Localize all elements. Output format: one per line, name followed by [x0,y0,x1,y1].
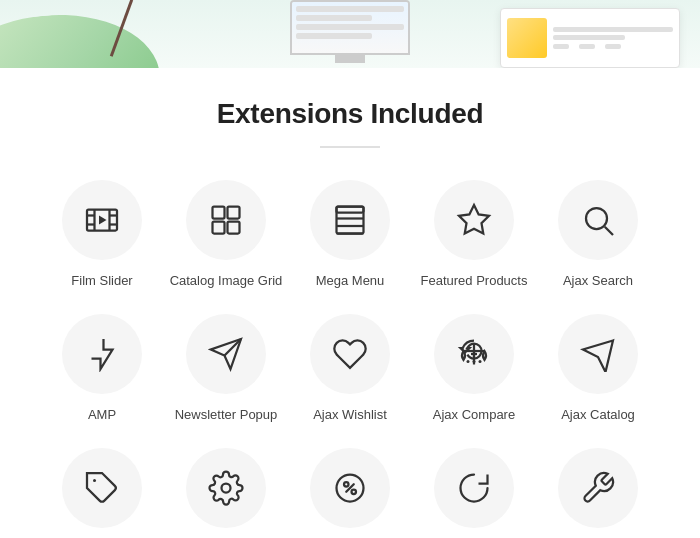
icon-item-site[interactable]: Site [536,448,660,538]
special-price-icon [456,470,492,506]
newsletter-popup-label: Newsletter Popup [175,406,278,424]
product-thumb [507,18,547,58]
theme-options-circle [186,448,266,528]
film-slider-circle [62,180,142,260]
svg-rect-16 [337,207,364,234]
icon-item-promo-banner[interactable]: PromoBanner [288,448,412,538]
featured-products-icon [456,202,492,238]
ajax-wishlist-circle [310,314,390,394]
mega-menu-icon [332,202,368,238]
svg-point-26 [479,360,482,363]
brand-circle [62,448,142,528]
promo-banner-circle [310,448,390,528]
icon-item-newsletter-popup[interactable]: Newsletter Popup [164,314,288,424]
svg-point-31 [222,484,231,493]
icon-item-catalog-image-grid[interactable]: Catalog Image Grid [164,180,288,290]
icon-item-ajax-wishlist[interactable]: Ajax Wishlist [288,314,412,424]
newsletter-popup-icon [208,336,244,372]
amp-icon [84,336,120,372]
svg-marker-7 [99,216,107,225]
svg-point-34 [344,482,349,487]
ajax-search-label: Ajax Search [563,272,633,290]
svg-rect-8 [213,207,225,219]
product-info [553,27,673,49]
ajax-compare-label: Ajax Compare [433,406,515,424]
ajax-catalog-circle [558,314,638,394]
svg-marker-17 [459,205,489,234]
ajax-catalog-icon [580,336,616,372]
ajax-search-circle [558,180,638,260]
icon-item-ajax-compare[interactable]: Ajax Compare [412,314,536,424]
product-card-decoration [500,8,680,68]
icon-item-special-price[interactable]: Special Price [412,448,536,538]
hero-strip [0,0,700,68]
svg-rect-11 [228,222,240,234]
section-divider [320,146,380,148]
main-content: Extensions Included Film Slider [0,68,700,538]
special-price-circle [434,448,514,528]
ajax-wishlist-icon [332,336,368,372]
amp-label: AMP [88,406,116,424]
catalog-image-grid-circle [186,180,266,260]
ajax-search-icon [580,202,616,238]
svg-rect-9 [228,207,240,219]
svg-point-35 [352,490,357,495]
site-circle [558,448,638,528]
icon-item-ajax-catalog[interactable]: Ajax Catalog [536,314,660,424]
svg-rect-10 [213,222,225,234]
ajax-catalog-label: Ajax Catalog [561,406,635,424]
svg-line-19 [605,227,613,235]
icon-item-mega-menu[interactable]: Mega Menu [288,180,412,290]
film-slider-label: Film Slider [71,272,132,290]
icons-grid: Film Slider Catalog Image Grid [40,180,660,538]
svg-point-18 [586,208,607,229]
section-title: Extensions Included [40,98,660,130]
icon-item-amp[interactable]: AMP [40,314,164,424]
ajax-compare-icon [456,336,492,372]
featured-products-label: Featured Products [421,272,528,290]
mega-menu-circle [310,180,390,260]
theme-options-icon [208,470,244,506]
amp-circle [62,314,142,394]
svg-point-24 [467,360,470,363]
monitor-decoration [280,0,420,68]
featured-products-circle [434,180,514,260]
newsletter-popup-circle [186,314,266,394]
icon-item-theme-options[interactable]: ThemeOptions [164,448,288,538]
catalog-image-grid-label: Catalog Image Grid [170,272,283,290]
icon-item-featured-products[interactable]: Featured Products [412,180,536,290]
leaf-decoration [0,2,203,68]
promo-banner-icon [332,470,368,506]
ajax-compare-circle [434,314,514,394]
icon-item-film-slider[interactable]: Film Slider [40,180,164,290]
mega-menu-label: Mega Menu [316,272,385,290]
site-icon [580,470,616,506]
svg-marker-29 [583,341,613,373]
brand-icon [84,470,120,506]
film-slider-icon [84,202,120,238]
icon-item-brand[interactable]: Brand [40,448,164,538]
ajax-wishlist-label: Ajax Wishlist [313,406,387,424]
catalog-image-grid-icon [208,202,244,238]
icon-item-ajax-search[interactable]: Ajax Search [536,180,660,290]
